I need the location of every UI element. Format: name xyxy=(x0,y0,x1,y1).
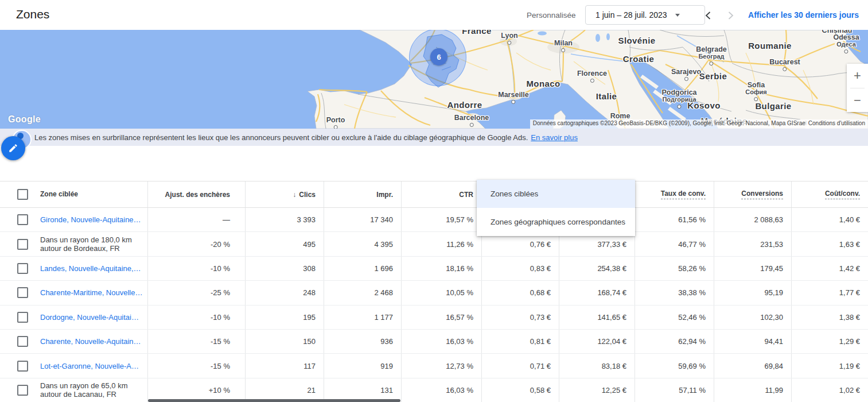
row-checkbox-cell xyxy=(0,306,34,329)
horizontal-scrollbar-thumb[interactable] xyxy=(148,399,400,402)
cell-clics: 150 xyxy=(246,330,324,353)
zone-cell: Charente, Nouvelle-Aquitaine, France xyxy=(34,330,148,353)
column-header-cost-per-conv[interactable]: Coût/conv. xyxy=(792,181,868,207)
cell-taux: 59,69 % xyxy=(635,354,714,377)
row-checkbox[interactable] xyxy=(17,263,28,274)
zone-text: Dans un rayon de 180,0 km autour de Bord… xyxy=(40,235,143,253)
row-checkbox-cell xyxy=(0,330,34,353)
zoom-out-button[interactable]: − xyxy=(847,88,868,113)
table-row: Charente-Maritime, Nouvelle-Aquita...-25… xyxy=(0,281,868,305)
row-checkbox[interactable] xyxy=(17,214,28,225)
column-header-clicks[interactable]: ↓ Clics xyxy=(246,181,324,207)
cell-coutconv: 1,38 € xyxy=(792,306,868,329)
row-checkbox[interactable] xyxy=(17,361,28,372)
zone-link[interactable]: Landes, Nouvelle-Aquitaine, France xyxy=(40,264,143,273)
zone-cell: Dans un rayon de 65,0 km autour de Lacan… xyxy=(34,378,148,402)
map-canvas[interactable]: FranceChișinăuLyonOdessaОдесаMilanSlovén… xyxy=(0,30,868,129)
cell-clics: 495 xyxy=(246,232,324,256)
table-row: Landes, Nouvelle-Aquitaine, France-10 %3… xyxy=(0,257,868,281)
table-row: Dans un rayon de 65,0 km autour de Lacan… xyxy=(0,378,868,402)
cell-ctr: 11,26 % xyxy=(402,232,482,256)
cell-conv: 94,41 xyxy=(714,330,792,353)
cell-bid: -15 % xyxy=(148,330,246,353)
zone-cell: Charente-Maritime, Nouvelle-Aquita... xyxy=(34,281,148,304)
zone-cell: Landes, Nouvelle-Aquitaine, France xyxy=(34,257,148,280)
row-checkbox-cell xyxy=(0,232,34,256)
table-row: Gironde, Nouvelle-Aquitaine, France—3 39… xyxy=(0,208,868,232)
row-checkbox-cell xyxy=(0,257,34,280)
zoom-in-button[interactable]: + xyxy=(847,64,868,88)
column-header-ctr[interactable]: CTR xyxy=(402,181,482,207)
cell-conv: 69,84 xyxy=(714,354,792,377)
cell-cpc: 0,83 € xyxy=(482,257,559,280)
cell-impr: 1 177 xyxy=(324,306,402,329)
map-zoom-control: + − xyxy=(847,64,868,112)
map-terms-link[interactable]: Conditions d'utilisation xyxy=(805,119,868,129)
cell-coutconv: 1,40 € xyxy=(792,208,868,231)
google-ads-zones-page: Zones Personnalisée 1 juin – 28 juil. 20… xyxy=(0,0,868,402)
cell-ctr: 16,03 % xyxy=(402,378,482,402)
cell-impr: 1 696 xyxy=(324,257,402,280)
learn-more-link[interactable]: En savoir plus xyxy=(531,133,578,142)
column-header-bid-adjustment[interactable]: Ajust. des enchères xyxy=(148,181,246,207)
pencil-icon xyxy=(8,143,18,153)
cell-ctr: 16,03 % xyxy=(402,330,482,353)
column-header-zone[interactable]: Zone ciblée xyxy=(34,181,148,207)
table-header-row: Zone ciblée Ajust. des enchères ↓ Clics … xyxy=(0,181,868,208)
cell-taux: 58,26 % xyxy=(635,257,714,280)
zone-text: Dans un rayon de 65,0 km autour de Lacan… xyxy=(40,381,143,399)
cell-ctr: 10,05 % xyxy=(402,281,482,304)
google-maps-logo: Google xyxy=(8,114,41,125)
zone-link[interactable]: Lot-et-Garonne, Nouvelle-Aquitaine,... xyxy=(40,362,143,370)
column-header-impressions[interactable]: Impr. xyxy=(324,181,402,207)
toolbar: Ajouter un filtre Zones ciblées Segmente… xyxy=(0,146,868,181)
edit-button[interactable] xyxy=(1,136,25,160)
cell-impr: 4 395 xyxy=(324,232,402,256)
select-all-cell xyxy=(0,181,34,207)
cell-impr: 131 xyxy=(324,378,402,402)
dropdown-item-matching-zones[interactable]: Zones géographiques correspondantes xyxy=(477,208,635,236)
cell-cout: 168,74 € xyxy=(559,281,635,304)
zone-link[interactable]: Charente-Maritime, Nouvelle-Aquita... xyxy=(40,288,143,297)
column-header-conversions[interactable]: Conversions xyxy=(714,181,792,207)
cell-coutconv: 1,29 € xyxy=(792,330,868,353)
zone-link[interactable]: Charente, Nouvelle-Aquitaine, France xyxy=(40,337,143,346)
show-last-30-days-link[interactable]: Afficher les 30 derniers jours xyxy=(748,10,859,20)
cell-impr: 17 340 xyxy=(324,208,402,231)
row-checkbox-cell xyxy=(0,354,34,377)
map-attribution: Données cartographiques ©2023 GeoBasis-D… xyxy=(530,119,809,129)
dropdown-item-targeted-zones[interactable]: Zones ciblées xyxy=(477,180,635,208)
cell-impr: 919 xyxy=(324,354,402,377)
cell-cpc: 0,68 € xyxy=(482,281,559,304)
cell-ctr: 16,57 % xyxy=(402,306,482,329)
zones-table: Zone ciblée Ajust. des enchères ↓ Clics … xyxy=(0,181,868,402)
cell-clics: 308 xyxy=(246,257,324,280)
zone-cell: Lot-et-Garonne, Nouvelle-Aquitaine,... xyxy=(34,354,148,377)
row-checkbox[interactable] xyxy=(17,336,28,347)
next-period-button[interactable] xyxy=(723,8,738,23)
row-checkbox[interactable] xyxy=(17,385,28,396)
cell-cout: 254,38 € xyxy=(559,257,635,280)
column-header-conv-rate[interactable]: Taux de conv. xyxy=(635,181,714,207)
select-all-checkbox[interactable] xyxy=(17,189,28,200)
cell-cpc: 0,58 € xyxy=(482,378,559,402)
cell-cpc: 0,81 € xyxy=(482,330,559,353)
map-cluster-marker[interactable]: 6 xyxy=(430,48,447,65)
row-checkbox[interactable] xyxy=(17,312,28,323)
cell-coutconv: 1,02 € xyxy=(792,378,868,402)
cell-impr: 2 468 xyxy=(324,281,402,304)
cell-bid: -10 % xyxy=(148,306,246,329)
cell-clics: 21 xyxy=(246,378,324,402)
cell-ctr: 12,73 % xyxy=(402,354,482,377)
zone-link[interactable]: Gironde, Nouvelle-Aquitaine, France xyxy=(40,215,143,224)
row-checkbox[interactable] xyxy=(17,239,28,250)
date-range-value: 1 juin – 28 juil. 2023 xyxy=(595,10,667,20)
zone-link[interactable]: Dordogne, Nouvelle-Aquitaine, Fran... xyxy=(40,313,143,322)
date-range-picker[interactable]: 1 juin – 28 juil. 2023 xyxy=(585,5,705,25)
cell-taux: 46,77 % xyxy=(635,232,714,256)
cell-taux: 52,46 % xyxy=(635,306,714,329)
previous-period-button[interactable] xyxy=(700,8,715,23)
cell-coutconv: 1,63 € xyxy=(792,232,868,256)
cell-ctr: 18,16 % xyxy=(402,257,482,280)
row-checkbox[interactable] xyxy=(17,287,28,298)
